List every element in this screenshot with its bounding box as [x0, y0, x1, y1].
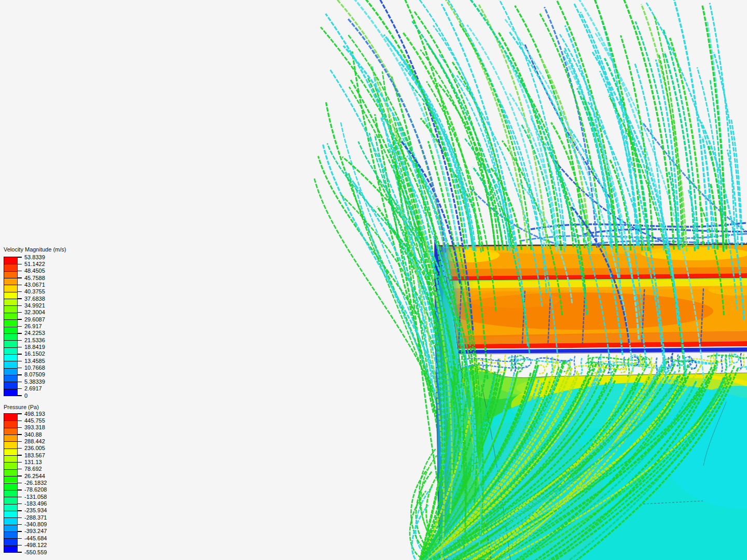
tick-mark — [17, 517, 22, 518]
colorband-divider — [4, 449, 17, 449]
legend-velocity: Velocity Magnitude (m/s) 53.833951.14224… — [4, 246, 94, 401]
tick-mark — [17, 395, 22, 396]
tick-mark — [17, 271, 22, 271]
colorband-divider — [4, 264, 17, 264]
tick-mark — [17, 361, 22, 361]
colorband-divider — [4, 389, 17, 389]
tick-label: 445.755 — [24, 417, 45, 424]
tick-mark — [17, 257, 22, 257]
tick-mark — [17, 503, 22, 504]
colorband — [4, 299, 17, 305]
tick-label: 32.3004 — [24, 309, 45, 316]
tick-label: -393.247 — [24, 528, 47, 535]
colorband — [4, 305, 17, 312]
colorband-divider — [4, 545, 17, 546]
tick-label: -183.496 — [24, 500, 47, 507]
tick-mark — [17, 347, 22, 347]
tick-mark — [17, 285, 22, 285]
colorband-divider — [4, 313, 17, 313]
colorband-divider — [4, 511, 17, 511]
colorband — [4, 490, 17, 497]
colorband — [4, 428, 17, 435]
colorband-divider — [4, 271, 17, 272]
tick-label: 43.0671 — [24, 282, 45, 288]
tick-label: 131.13 — [24, 459, 42, 466]
colorband-divider — [4, 375, 17, 375]
tick-label: 5.38339 — [24, 379, 45, 385]
colorband-divider — [4, 299, 17, 299]
tick-mark — [17, 441, 22, 442]
colorband — [4, 257, 17, 264]
tick-mark — [17, 264, 22, 264]
tick-mark — [17, 497, 22, 497]
colorband — [4, 389, 17, 396]
colorband — [4, 455, 17, 462]
tick-mark — [17, 326, 22, 327]
colorband-divider — [4, 483, 17, 484]
colorband-divider — [4, 476, 17, 477]
colorband — [4, 292, 17, 299]
colorband — [4, 319, 17, 326]
tick-label: 34.9921 — [24, 302, 45, 309]
tick-mark — [17, 388, 22, 389]
colorband-divider — [4, 278, 17, 278]
colorband — [4, 545, 17, 552]
colorband-divider — [4, 538, 17, 539]
tick-mark — [17, 469, 22, 469]
tick-label: 183.567 — [24, 452, 45, 459]
colorband-divider — [4, 327, 17, 327]
colorband — [4, 421, 17, 427]
tick-mark — [17, 448, 22, 449]
colorband — [4, 469, 17, 476]
legend-pressure: Pressure (Pa) 498.193445.755393.318340.8… — [4, 403, 94, 559]
colorband-divider — [4, 292, 17, 292]
cfd-postprocessor-screenshot: Velocity Magnitude (m/s) 53.833951.14224… — [0, 0, 747, 560]
tick-mark — [17, 531, 22, 531]
colorband — [4, 285, 17, 291]
tick-mark — [17, 538, 22, 539]
tick-label: -550.559 — [24, 549, 47, 556]
tick-label: 53.8339 — [24, 254, 45, 261]
colorband — [4, 414, 17, 421]
colorband — [4, 538, 17, 545]
colorband — [4, 504, 17, 511]
colorband — [4, 462, 17, 469]
tick-label: 37.6838 — [24, 296, 45, 302]
tick-mark — [17, 489, 22, 490]
colorband-divider — [4, 319, 17, 320]
tick-label: 40.3755 — [24, 288, 45, 295]
colorband — [4, 441, 17, 448]
tick-mark — [17, 475, 22, 476]
tick-label: 236.005 — [24, 445, 45, 452]
tick-mark — [17, 382, 22, 382]
colorband — [4, 517, 17, 524]
tick-mark — [17, 340, 22, 341]
colorband — [4, 340, 17, 347]
tick-label: 48.4505 — [24, 268, 45, 274]
tick-mark — [17, 305, 22, 306]
legend-velocity-colorbar — [4, 257, 18, 396]
colorband-divider — [4, 517, 17, 518]
colorband-divider — [4, 347, 17, 348]
tick-label: 498.193 — [24, 411, 45, 417]
colorband-divider — [4, 340, 17, 341]
colorband — [4, 264, 17, 271]
tick-mark — [17, 483, 22, 483]
tick-label: 340.88 — [24, 431, 42, 438]
viewport-3d[interactable] — [0, 0, 747, 560]
tick-label: -26.1832 — [24, 480, 47, 486]
colorband-divider — [4, 421, 17, 421]
tick-label: 8.07509 — [24, 371, 45, 378]
tick-mark — [17, 427, 22, 428]
tick-mark — [17, 374, 22, 375]
tick-label: 16.1502 — [24, 351, 45, 357]
tick-label: 0 — [24, 393, 27, 399]
tick-label: 18.8419 — [24, 344, 45, 351]
tick-label: 26.2544 — [24, 473, 45, 480]
colorband-divider — [4, 531, 17, 532]
tick-mark — [17, 319, 22, 319]
tick-mark — [17, 510, 22, 511]
tick-label: -131.058 — [24, 494, 47, 500]
tick-label: 10.7668 — [24, 365, 45, 371]
tick-mark — [17, 545, 22, 545]
